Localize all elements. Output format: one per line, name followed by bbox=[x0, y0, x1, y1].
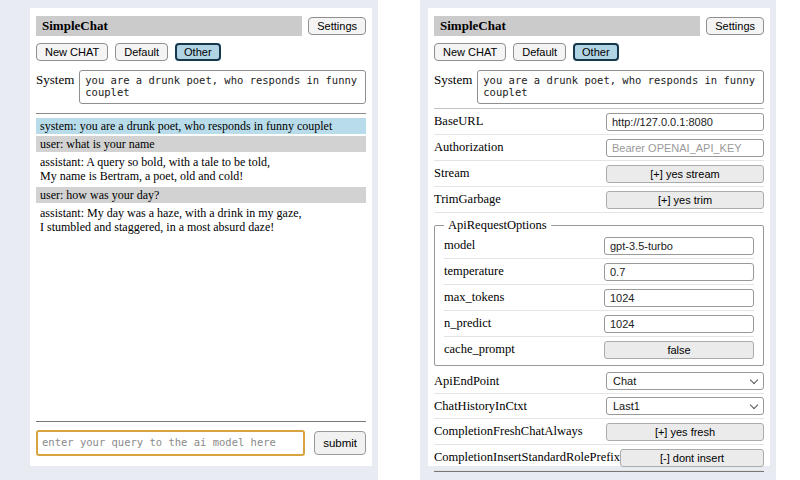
temperature-label: temperature bbox=[444, 264, 504, 279]
setting-row-model: model bbox=[444, 233, 754, 259]
system-prompt-input[interactable] bbox=[477, 70, 764, 104]
model-label: model bbox=[444, 238, 475, 253]
chat-message-assistant: assistant: My day was a haze, with a dri… bbox=[36, 205, 366, 235]
chat-message-list: system: you are a drunk poet, who respon… bbox=[36, 116, 366, 237]
settings-list: BaseURL Authorization Stream [+] yes str… bbox=[434, 108, 764, 471]
submit-button[interactable]: submit bbox=[314, 431, 366, 455]
api-endpoint-select[interactable]: Chat bbox=[606, 372, 764, 390]
baseurl-input[interactable] bbox=[606, 113, 764, 131]
divider bbox=[36, 113, 366, 114]
session-tab-default[interactable]: Default bbox=[115, 43, 168, 61]
app-title: SimpleChat bbox=[36, 16, 302, 36]
n-predict-input[interactable] bbox=[604, 315, 754, 333]
authorization-label: Authorization bbox=[434, 140, 503, 155]
stream-label: Stream bbox=[434, 166, 469, 181]
api-request-options-fieldset: ApiRequestOptions model temperature max_… bbox=[434, 218, 764, 366]
setting-row-stream: Stream [+] yes stream bbox=[434, 161, 764, 187]
chat-history-value: Last1 bbox=[613, 400, 640, 412]
divider bbox=[434, 471, 764, 472]
settings-view-screenshot: SimpleChat Settings New CHAT Default Oth… bbox=[420, 0, 776, 480]
model-input[interactable] bbox=[604, 237, 754, 255]
session-tab-default[interactable]: Default bbox=[513, 43, 566, 61]
authorization-input[interactable] bbox=[606, 139, 764, 157]
system-prompt-input[interactable] bbox=[79, 70, 366, 104]
session-tab-other[interactable]: Other bbox=[573, 43, 619, 61]
api-endpoint-label: ApiEndPoint bbox=[434, 374, 499, 389]
query-input[interactable] bbox=[36, 430, 305, 456]
settings-panel: SimpleChat Settings New CHAT Default Oth… bbox=[428, 8, 770, 466]
chat-message-assistant: assistant: A query so bold, with a tale … bbox=[36, 154, 366, 184]
setting-row-api-endpoint: ApiEndPoint Chat bbox=[434, 369, 764, 394]
max-tokens-label: max_tokens bbox=[444, 290, 504, 305]
divider bbox=[36, 421, 366, 422]
setting-row-temperature: temperature bbox=[444, 259, 754, 285]
query-row: submit bbox=[36, 430, 366, 456]
setting-row-trimgarbage: TrimGarbage [+] yes trim bbox=[434, 187, 764, 213]
header: SimpleChat Settings bbox=[434, 16, 764, 36]
n-predict-label: n_predict bbox=[444, 316, 491, 331]
setting-row-authorization: Authorization bbox=[434, 135, 764, 161]
new-chat-button[interactable]: New CHAT bbox=[434, 43, 506, 61]
baseurl-label: BaseURL bbox=[434, 114, 483, 129]
setting-row-chat-history: ChatHistoryInCtxt Last1 bbox=[434, 394, 764, 419]
new-chat-button[interactable]: New CHAT bbox=[36, 43, 108, 61]
completion-fresh-toggle-button[interactable]: [+] yes fresh bbox=[606, 423, 764, 441]
session-toolbar: New CHAT Default Other bbox=[36, 43, 366, 61]
cache-prompt-toggle-button[interactable]: false bbox=[604, 341, 754, 359]
setting-row-cache-prompt: cache_prompt false bbox=[444, 337, 754, 362]
chat-message-system: system: you are a drunk poet, who respon… bbox=[36, 118, 366, 134]
header: SimpleChat Settings bbox=[36, 16, 366, 36]
api-endpoint-value: Chat bbox=[613, 375, 636, 387]
session-toolbar: New CHAT Default Other bbox=[434, 43, 764, 61]
completion-fresh-label: CompletionFreshChatAlways bbox=[434, 424, 583, 439]
trimgarbage-toggle-button[interactable]: [+] yes trim bbox=[606, 191, 764, 209]
settings-button[interactable]: Settings bbox=[706, 17, 764, 35]
system-label: System bbox=[434, 70, 472, 88]
setting-row-max-tokens: max_tokens bbox=[444, 285, 754, 311]
chat-panel: SimpleChat Settings New CHAT Default Oth… bbox=[30, 8, 372, 466]
cache-prompt-label: cache_prompt bbox=[444, 342, 515, 357]
chevron-down-icon bbox=[750, 375, 758, 383]
settings-button[interactable]: Settings bbox=[308, 17, 366, 35]
api-request-options-legend: ApiRequestOptions bbox=[444, 218, 551, 233]
completion-insert-label: CompletionInsertStandardRolePrefix bbox=[434, 450, 620, 465]
chat-history-select[interactable]: Last1 bbox=[606, 397, 764, 415]
session-tab-other[interactable]: Other bbox=[175, 43, 221, 61]
system-prompt-row: System bbox=[36, 70, 366, 104]
empty-space bbox=[36, 237, 366, 421]
system-prompt-row: System bbox=[434, 70, 764, 104]
setting-row-baseurl: BaseURL bbox=[434, 109, 764, 135]
chevron-down-icon bbox=[750, 400, 758, 408]
chat-history-label: ChatHistoryInCtxt bbox=[434, 399, 527, 414]
stream-toggle-button[interactable]: [+] yes stream bbox=[606, 165, 764, 183]
temperature-input[interactable] bbox=[604, 263, 754, 281]
max-tokens-input[interactable] bbox=[604, 289, 754, 307]
chat-message-user: user: how was your day? bbox=[36, 187, 366, 203]
app-title: SimpleChat bbox=[434, 16, 700, 36]
chat-view-screenshot: SimpleChat Settings New CHAT Default Oth… bbox=[0, 0, 378, 480]
setting-row-completion-fresh: CompletionFreshChatAlways [+] yes fresh bbox=[434, 419, 764, 445]
completion-insert-toggle-button[interactable]: [-] dont insert bbox=[620, 449, 764, 467]
trimgarbage-label: TrimGarbage bbox=[434, 192, 501, 207]
setting-row-completion-insert: CompletionInsertStandardRolePrefix [-] d… bbox=[434, 445, 764, 471]
setting-row-n-predict: n_predict bbox=[444, 311, 754, 337]
system-label: System bbox=[36, 70, 74, 88]
chat-message-user: user: what is your name bbox=[36, 136, 366, 152]
